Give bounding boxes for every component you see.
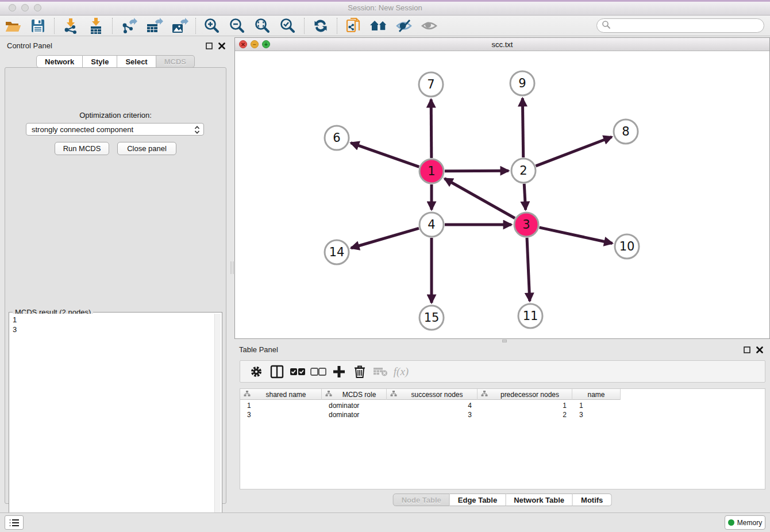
table-cell[interactable]: 3 bbox=[387, 410, 478, 419]
hierarchy-icon bbox=[325, 390, 332, 399]
table-panel-title: Table Panel bbox=[239, 345, 278, 354]
status-bar: Memory bbox=[0, 512, 770, 532]
first-neighbors-icon[interactable] bbox=[369, 17, 388, 34]
network-window-titlebar[interactable]: ✕ − + scc.txt bbox=[235, 38, 769, 51]
tab-node-table[interactable]: Node Table bbox=[393, 494, 450, 506]
delete-column-icon[interactable] bbox=[349, 363, 370, 380]
table-cell[interactable]: dominator bbox=[322, 401, 387, 410]
zoom-fit-icon[interactable] bbox=[253, 17, 272, 34]
tab-edge-table[interactable]: Edge Table bbox=[450, 494, 506, 506]
task-history-button[interactable] bbox=[5, 515, 24, 530]
export-table-icon[interactable] bbox=[144, 17, 164, 34]
column-label: successor nodes bbox=[397, 391, 477, 399]
hide-selected-eye-icon[interactable] bbox=[394, 17, 414, 34]
mcds-result-textarea[interactable]: 1 3 bbox=[10, 314, 214, 530]
edge-3-10[interactable] bbox=[539, 228, 612, 244]
table-cell[interactable]: 3 bbox=[572, 410, 621, 419]
table-panel: Table Panel f(x) shared nameMCDS rolesuc… bbox=[234, 343, 770, 509]
search-input[interactable] bbox=[611, 22, 754, 30]
import-table-icon[interactable] bbox=[86, 17, 106, 34]
select-all-checkboxes-icon[interactable] bbox=[287, 363, 308, 380]
node-label-4: 4 bbox=[428, 218, 435, 232]
zoom-in-icon[interactable] bbox=[202, 17, 222, 34]
table-header-row: shared nameMCDS rolesuccessor nodesprede… bbox=[240, 389, 621, 400]
close-panel-button[interactable]: Close panel bbox=[117, 142, 176, 155]
edge-3-11[interactable] bbox=[527, 238, 530, 301]
table-cell[interactable]: 4 bbox=[387, 401, 478, 410]
open-session-icon[interactable] bbox=[3, 17, 22, 34]
app-title: Session: New Session bbox=[0, 3, 770, 12]
node-label-7: 7 bbox=[427, 78, 434, 91]
table-tabstrip: Node TableEdge TableNetwork TableMotifs bbox=[393, 494, 612, 506]
show-all-eye-icon[interactable] bbox=[419, 17, 439, 34]
save-session-icon[interactable] bbox=[28, 17, 48, 34]
network-graph-canvas[interactable]: 7968124314101511 bbox=[235, 51, 769, 338]
node-label-1: 1 bbox=[428, 164, 435, 178]
add-column-icon[interactable] bbox=[329, 363, 349, 380]
edge-4-14[interactable] bbox=[351, 228, 419, 248]
table-row[interactable]: 3dominator323 bbox=[240, 410, 621, 419]
column-label: shared name bbox=[251, 391, 321, 399]
tab-select[interactable]: Select bbox=[117, 55, 156, 68]
tab-mcds[interactable]: MCDS bbox=[156, 55, 195, 68]
export-network-icon[interactable] bbox=[119, 17, 138, 34]
table-toolbar: f(x) bbox=[240, 360, 765, 383]
column-header-successor-nodes[interactable]: successor nodes bbox=[387, 389, 478, 400]
column-header-name[interactable]: name bbox=[572, 389, 621, 400]
search-field[interactable] bbox=[596, 18, 764, 33]
memory-button[interactable]: Memory bbox=[725, 515, 765, 530]
tab-motifs[interactable]: Motifs bbox=[573, 494, 611, 506]
mcds-result-scrollbar[interactable] bbox=[214, 314, 221, 521]
dropdown-stepper-icon bbox=[194, 125, 201, 137]
memory-label: Memory bbox=[737, 519, 762, 527]
export-image-icon[interactable] bbox=[170, 17, 189, 34]
edge-2-8[interactable] bbox=[536, 137, 611, 166]
edge-1-2[interactable] bbox=[445, 171, 509, 171]
column-header-MCDS-role[interactable]: MCDS role bbox=[322, 389, 387, 400]
new-network-from-selection-icon[interactable] bbox=[344, 17, 363, 34]
splitter-handle[interactable] bbox=[502, 340, 507, 342]
vertical-splitter-handle[interactable] bbox=[230, 261, 234, 274]
control-panel-header: Control Panel bbox=[0, 38, 231, 52]
mcds-result-fieldset: MCDS result (2 nodes) 1 3 bbox=[9, 312, 222, 532]
edge-1-7[interactable] bbox=[431, 99, 432, 158]
optimization-criterion-dropdown[interactable]: strongly connected component bbox=[26, 123, 204, 136]
refresh-icon[interactable] bbox=[311, 17, 330, 34]
horizontal-splitter[interactable] bbox=[234, 339, 770, 343]
node-label-9: 9 bbox=[518, 76, 526, 90]
float-table-panel-icon[interactable] bbox=[744, 345, 750, 356]
edge-2-9[interactable] bbox=[522, 98, 523, 157]
network-view-window: ✕ − + scc.txt 7968124314101511 bbox=[234, 37, 770, 339]
tab-network[interactable]: Network bbox=[36, 55, 83, 68]
table-cell[interactable]: 3 bbox=[240, 410, 322, 419]
zoom-out-icon[interactable] bbox=[228, 17, 247, 34]
search-icon bbox=[602, 20, 611, 32]
hierarchy-icon bbox=[390, 390, 397, 399]
float-panel-icon[interactable] bbox=[206, 41, 213, 52]
tab-network-table[interactable]: Network Table bbox=[506, 494, 573, 506]
table-cell[interactable]: dominator bbox=[322, 410, 387, 419]
control-panel-tabstrip: NetworkStyleSelectMCDS bbox=[36, 55, 195, 68]
table-cell[interactable]: 1 bbox=[240, 401, 322, 410]
column-header-shared-name[interactable]: shared name bbox=[240, 389, 322, 400]
column-header-predecessor-nodes[interactable]: predecessor nodes bbox=[478, 389, 572, 400]
table-cell[interactable]: 1 bbox=[478, 401, 572, 410]
split-columns-icon[interactable] bbox=[267, 363, 287, 380]
table-cell[interactable]: 2 bbox=[478, 410, 572, 419]
tab-style[interactable]: Style bbox=[83, 55, 117, 68]
table-row[interactable]: 1dominator411 bbox=[240, 401, 621, 410]
control-panel: Control Panel NetworkStyleSelectMCDS Opt… bbox=[0, 36, 231, 512]
memory-status-icon bbox=[728, 519, 734, 526]
zoom-selected-icon[interactable] bbox=[278, 17, 298, 34]
node-table[interactable]: shared nameMCDS rolesuccessor nodesprede… bbox=[240, 388, 765, 489]
edge-2-3[interactable] bbox=[524, 184, 525, 210]
edge-3-1[interactable] bbox=[445, 179, 515, 218]
edge-1-6[interactable] bbox=[351, 143, 419, 167]
run-mcds-button[interactable]: Run MCDS bbox=[55, 142, 109, 155]
import-network-icon[interactable] bbox=[61, 17, 80, 34]
close-table-panel-icon[interactable] bbox=[756, 345, 763, 356]
close-panel-icon[interactable] bbox=[218, 41, 225, 52]
table-cell[interactable]: 1 bbox=[572, 401, 621, 410]
deselect-all-checkboxes-icon[interactable] bbox=[308, 363, 329, 380]
settings-gear-icon[interactable] bbox=[246, 363, 267, 380]
